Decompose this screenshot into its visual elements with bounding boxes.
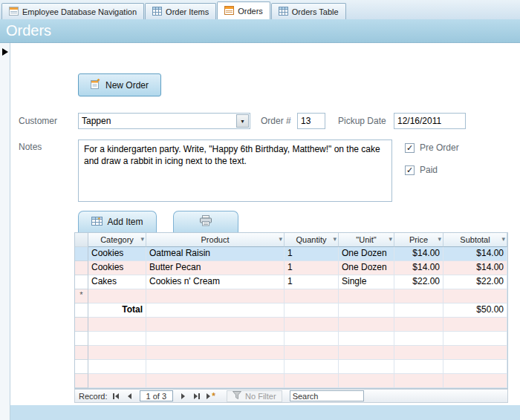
tab-orders-table[interactable]: Orders Table [271, 3, 346, 19]
cell-unit[interactable]: One Dozen [339, 261, 394, 275]
pre-order-label: Pre Order [420, 142, 459, 153]
new-record-button[interactable]: * [205, 390, 217, 401]
column-header-category[interactable]: Category▾ [88, 233, 146, 247]
cell-quantity [285, 303, 339, 318]
tab-order-items[interactable]: Order Items [145, 3, 216, 19]
pickup-date-field[interactable]: 12/16/2011 [394, 113, 466, 129]
previous-record-button[interactable] [124, 390, 136, 401]
cell-quantity[interactable]: 1 [285, 247, 339, 261]
column-menu-arrow-icon[interactable]: ▾ [279, 236, 282, 243]
pickup-date-label: Pickup Date [338, 116, 386, 126]
order-number-field[interactable]: 13 [297, 113, 325, 129]
cell-unit[interactable]: Single [339, 275, 394, 289]
cell-subtotal[interactable]: $22.00 [443, 275, 507, 289]
filter-funnel-icon [233, 391, 241, 401]
tab-orders[interactable]: Orders [217, 1, 270, 19]
cell-category[interactable]: Cookies [88, 261, 146, 275]
no-filter-label: No Filter [245, 392, 276, 401]
column-header-unit[interactable]: "Unit"▾ [339, 233, 394, 247]
cell-unit[interactable] [339, 289, 394, 303]
last-record-button[interactable] [191, 390, 203, 401]
cell-product[interactable]: Oatmeal Raisin [146, 247, 285, 261]
empty-row [75, 360, 507, 374]
customer-value: Tappen [82, 116, 111, 126]
cell-quantity[interactable]: 1 [285, 261, 339, 275]
tab-employee-database-navigation[interactable]: Employee Database Navigation [1, 3, 144, 19]
cell-category[interactable] [88, 289, 146, 303]
cell-price[interactable]: $14.00 [394, 261, 443, 275]
cell-subtotal[interactable]: $14.00 [443, 247, 507, 261]
page-title: Orders [6, 22, 51, 39]
cell-unit[interactable]: One Dozen [339, 247, 394, 261]
tab-label: Orders Table [292, 7, 339, 16]
cell-price[interactable]: $14.00 [394, 247, 443, 261]
order-number-label: Order # [261, 116, 291, 126]
datasheet-icon: * [91, 217, 103, 228]
customer-combobox[interactable]: Tappen ▼ [78, 113, 250, 129]
table-row: Cookies Oatmeal Raisin 1 One Dozen $14.0… [75, 247, 507, 261]
cell-category[interactable]: Cakes [88, 275, 146, 289]
column-header-price[interactable]: Price▾ [394, 233, 443, 247]
document-tab-bar: Employee Database Navigation Order Items… [0, 0, 520, 19]
add-item-button[interactable]: * Add Item [78, 211, 157, 232]
notes-field[interactable]: For a kindergarten party. Write, "Happy … [78, 140, 392, 202]
empty-row [75, 346, 507, 360]
selector-corner[interactable] [75, 233, 88, 247]
search-input[interactable] [290, 390, 364, 401]
column-menu-arrow-icon[interactable]: ▾ [501, 236, 505, 243]
no-filter-button[interactable]: No Filter [227, 390, 282, 402]
first-record-button[interactable] [110, 390, 122, 401]
expand-arrow-icon[interactable] [2, 48, 8, 56]
cell-unit [339, 303, 394, 318]
printer-icon [199, 215, 212, 229]
row-selector[interactable] [75, 275, 88, 289]
new-record-star-icon: * [212, 392, 215, 401]
cell-product[interactable]: Butter Pecan [146, 261, 285, 275]
table-icon [279, 7, 288, 17]
column-menu-arrow-icon[interactable]: ▾ [140, 236, 144, 243]
cell-price[interactable]: $22.00 [394, 275, 443, 289]
table-row: Cakes Cookies n' Cream 1 Single $22.00 $… [75, 275, 507, 289]
cell-subtotal[interactable] [443, 289, 507, 303]
cell-product [146, 303, 285, 318]
cell-quantity[interactable]: 1 [285, 275, 339, 289]
total-value: $50.00 [443, 303, 507, 318]
cell-subtotal[interactable]: $14.00 [443, 261, 507, 275]
row-selector[interactable] [75, 261, 88, 275]
empty-row [75, 318, 507, 332]
column-menu-arrow-icon[interactable]: ▾ [333, 236, 337, 243]
new-form-icon: * [91, 79, 101, 91]
cell-price[interactable] [394, 289, 443, 303]
check-icon: ✓ [406, 144, 413, 152]
record-label: Record: [79, 392, 108, 401]
form-title-bar: Orders [0, 19, 520, 43]
tab-label: Orders [238, 7, 263, 16]
order-items-datasheet: Category▾ Product▾ Quantity▾ "Unit"▾ Pri… [74, 232, 508, 389]
navigation-pane-collapsed[interactable] [0, 43, 10, 420]
record-position[interactable]: 1 of 3 [140, 390, 174, 401]
pre-order-checkbox[interactable]: ✓ [405, 143, 415, 153]
paid-checkbox[interactable]: ✓ [405, 165, 415, 175]
combo-dropdown-button[interactable]: ▼ [236, 114, 249, 128]
next-record-button[interactable] [177, 390, 189, 401]
pickup-date-value: 12/16/2011 [397, 116, 441, 126]
new-order-button[interactable]: * New Order [78, 73, 161, 96]
column-header-product[interactable]: Product▾ [146, 233, 285, 247]
column-menu-arrow-icon[interactable]: ▾ [389, 236, 392, 243]
new-record-selector[interactable]: * [75, 289, 88, 303]
form-footer-strip [10, 405, 520, 420]
cell-quantity[interactable] [285, 289, 339, 303]
column-header-quantity[interactable]: Quantity▾ [285, 233, 339, 247]
column-header-subtotal[interactable]: Subtotal▾ [443, 233, 507, 247]
cell-category[interactable]: Cookies [88, 247, 146, 261]
record-navigator: Record: 1 of 3 * No Filter [74, 389, 508, 403]
print-order-button[interactable] [173, 211, 238, 232]
notes-label: Notes [19, 142, 42, 152]
paid-label: Paid [420, 165, 438, 175]
new-record-row: * [75, 289, 507, 303]
row-selector[interactable] [75, 247, 88, 261]
cell-product[interactable] [146, 289, 285, 303]
column-menu-arrow-icon[interactable]: ▾ [438, 236, 441, 243]
cell-product[interactable]: Cookies n' Cream [146, 275, 285, 289]
row-selector[interactable] [75, 303, 88, 318]
